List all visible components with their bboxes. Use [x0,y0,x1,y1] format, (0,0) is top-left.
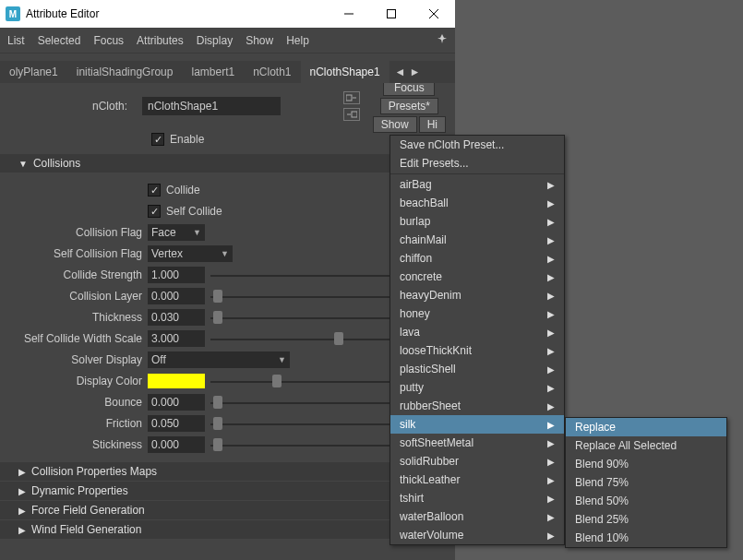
preset-plasticshell[interactable]: plasticShell▶ [390,360,564,378]
show-button[interactable]: Show [373,116,417,133]
collision-flag-select[interactable]: Face▼ [148,224,205,241]
input-connections-icon[interactable] [343,91,360,104]
friction-label: Friction [0,417,148,430]
force-field-generation-header[interactable]: ▶Force Field Generation [0,501,455,519]
collide-label: Collide [166,184,200,197]
preset-loosethickknit[interactable]: looseThickKnit▶ [390,341,564,360]
preset-thickleather[interactable]: thickLeather▶ [390,471,564,489]
submenu-blend-90-[interactable]: Blend 90% [566,455,726,473]
tab-ncloth1[interactable]: nCloth1 [244,61,300,83]
preset-waterballoon[interactable]: waterBalloon▶ [390,507,564,526]
minimize-button[interactable] [328,0,370,28]
preset-honey[interactable]: honey▶ [390,304,564,323]
collision-layer-label: Collision Layer [0,290,148,303]
preset-solidrubber[interactable]: solidRubber▶ [390,452,564,471]
preset-rubbersheet[interactable]: rubberSheet▶ [390,397,564,415]
dropdown-icon: ▼ [193,228,201,237]
preset-softsheetmetal[interactable]: softSheetMetal▶ [390,434,564,452]
collision-layer-field[interactable] [148,288,205,304]
collisions-body: Collide Self Collide Collision Flag Face… [0,173,455,461]
preset-watervolume[interactable]: waterVolume▶ [390,526,564,544]
svg-rect-5 [352,112,357,117]
solver-display-label: Solver Display [0,353,148,366]
preset-putty[interactable]: putty▶ [390,378,564,397]
collide-strength-label: Collide Strength [0,268,148,281]
menu-bar: List Selected Focus Attributes Display S… [0,28,455,54]
tabs-left-icon[interactable]: ◄ [395,66,406,78]
collisions-header[interactable]: ▼ Collisions [0,154,455,173]
collision-properties-maps-header[interactable]: ▶Collision Properties Maps [0,462,455,481]
submenu-arrow-icon: ▶ [547,512,555,522]
menu-item-edit-presets-[interactable]: Edit Presets... [390,154,564,173]
preset-lava[interactable]: lava▶ [390,323,564,341]
menu-item-save-ncloth-preset-[interactable]: Save nCloth Preset... [390,136,564,154]
output-connections-icon[interactable] [343,108,360,121]
self-collision-flag-label: Self Collision Flag [0,247,148,260]
self-collide-checkbox[interactable] [148,205,161,218]
thickness-field[interactable] [148,309,205,326]
submenu-arrow-icon: ▶ [547,291,555,301]
node-name-field[interactable] [142,97,281,115]
self-collide-width-scale-field[interactable] [148,330,205,347]
menu-help[interactable]: Help [286,34,309,47]
self-collision-flag-select[interactable]: Vertex▼ [148,245,233,262]
preset-tshirt[interactable]: tshirt▶ [390,489,564,507]
preset-airbag[interactable]: airBag▶ [390,175,564,194]
maximize-button[interactable] [370,0,413,28]
tabs-right-icon[interactable]: ► [409,66,420,78]
submenu-arrow-icon: ▶ [547,272,555,282]
collide-checkbox[interactable] [148,184,161,197]
dynamic-properties-header[interactable]: ▶Dynamic Properties [0,482,455,500]
preset-burlap[interactable]: burlap▶ [390,212,564,231]
wind-field-generation-header[interactable]: ▶Wind Field Generation [0,520,455,539]
tab-initialshadinggroup[interactable]: initialShadingGroup [67,61,183,83]
tab-nclothshape1[interactable]: nClothShape1 [301,61,389,83]
menu-display[interactable]: Display [197,34,233,47]
submenu-arrow-icon: ▶ [547,475,555,485]
self-collide-width-scale-label: Self Collide Width Scale [0,332,148,345]
preset-chiffon[interactable]: chiffon▶ [390,249,564,268]
collide-strength-field[interactable] [148,267,205,283]
submenu-replace[interactable]: Replace [566,418,726,436]
submenu-arrow-icon: ▶ [547,383,555,393]
close-button[interactable] [413,0,455,28]
hide-button[interactable]: Hi [419,116,446,133]
preset-chainmail[interactable]: chainMail▶ [390,231,564,249]
display-color-swatch[interactable] [148,374,205,388]
stickiness-field[interactable] [148,436,205,453]
preset-concrete[interactable]: concrete▶ [390,268,564,286]
dropdown-icon: ▼ [278,355,286,364]
solver-display-select[interactable]: Off▼ [148,351,290,368]
submenu-arrow-icon: ▶ [547,364,555,375]
submenu-blend-10-[interactable]: Blend 10% [566,529,726,547]
submenu-arrow-icon: ▶ [547,420,555,430]
submenu-arrow-icon: ▶ [547,235,555,245]
menu-selected[interactable]: Selected [38,34,81,47]
submenu-arrow-icon: ▶ [547,530,555,541]
tab-polyplane1[interactable]: olyPlane1 [0,61,67,83]
menu-focus[interactable]: Focus [93,34,124,47]
menu-show[interactable]: Show [246,34,273,47]
maya-icon: M [6,6,20,21]
bounce-label: Bounce [0,396,148,409]
submenu-arrow-icon: ▶ [547,438,555,448]
title-bar: M Attribute Editor [0,0,455,28]
submenu-blend-50-[interactable]: Blend 50% [566,492,726,510]
presets-button[interactable]: Presets* [380,98,438,114]
svg-rect-4 [346,95,352,101]
preset-beachball[interactable]: beachBall▶ [390,194,564,212]
tab-lambert1[interactable]: lambert1 [182,61,244,83]
preset-heavydenim[interactable]: heavyDenim▶ [390,286,564,304]
submenu-replace-all-selected[interactable]: Replace All Selected [566,436,726,455]
menu-list[interactable]: List [7,34,25,47]
submenu-arrow-icon: ▶ [547,198,555,209]
pin-icon[interactable] [437,33,448,47]
friction-field[interactable] [148,415,205,432]
preset-silk[interactable]: silk▶ [390,415,564,434]
submenu-blend-25-[interactable]: Blend 25% [566,510,726,529]
submenu-blend-75-[interactable]: Blend 75% [566,473,726,492]
enable-checkbox[interactable] [151,133,164,146]
menu-attributes[interactable]: Attributes [137,34,184,47]
collapsed-icon: ▶ [18,486,26,496]
bounce-field[interactable] [148,394,205,411]
